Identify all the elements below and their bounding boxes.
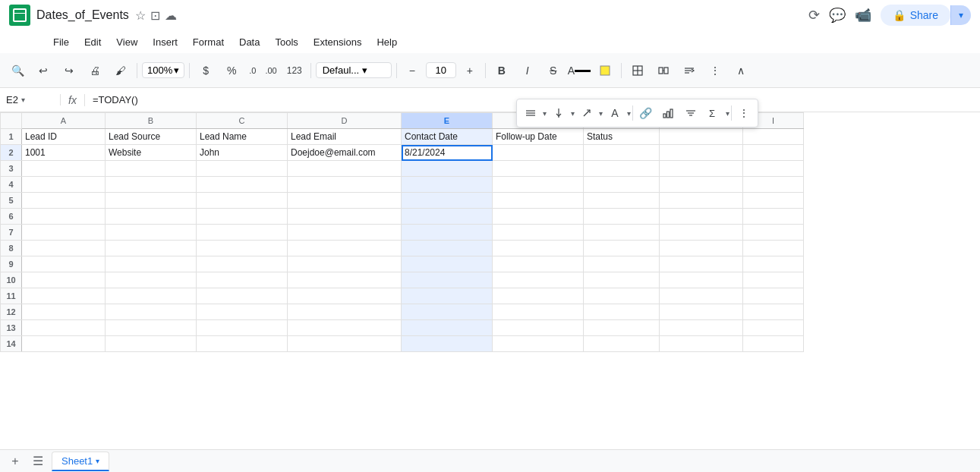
cell-12-9[interactable] (743, 320, 804, 336)
cell-9-9[interactable] (743, 272, 804, 288)
merge-cells-button[interactable] (652, 59, 675, 82)
cell-1-1[interactable]: 1001 (22, 145, 106, 161)
text-color-button[interactable]: A (568, 59, 591, 82)
cell-6-5[interactable] (402, 225, 493, 241)
menu-extensions[interactable]: Extensions (306, 33, 370, 51)
cell-1-4[interactable]: Doejdoe@email.com (288, 145, 402, 161)
cell-1-7[interactable] (584, 145, 660, 161)
menu-file[interactable]: File (46, 33, 77, 51)
formula-input[interactable]: =TODAY() (85, 94, 146, 105)
row-num-13[interactable]: 13 (1, 320, 22, 336)
font-selector[interactable]: Defaul... ▾ (316, 62, 392, 78)
cloud-icon[interactable]: ☁ (165, 8, 177, 23)
cell-4-7[interactable] (584, 193, 660, 209)
cell-1-9[interactable] (743, 145, 804, 161)
cell-3-1[interactable] (22, 177, 106, 193)
cell-6-1[interactable] (22, 225, 106, 241)
menu-format[interactable]: Format (185, 33, 232, 51)
cell-0-2[interactable]: Lead Source (106, 129, 197, 145)
font-size-box[interactable]: 10 (426, 62, 456, 78)
cell-13-8[interactable] (660, 336, 743, 352)
cell-12-3[interactable] (197, 320, 288, 336)
cell-10-4[interactable] (288, 288, 402, 304)
cell-9-7[interactable] (584, 272, 660, 288)
text-color2-button[interactable]: A (604, 102, 625, 124)
cell-8-7[interactable] (584, 256, 660, 272)
redo-button[interactable]: ↪ (58, 59, 80, 82)
sum-caret[interactable]: ▾ (726, 109, 729, 118)
link-button[interactable]: 🔗 (635, 102, 656, 124)
cell-13-9[interactable] (743, 336, 804, 352)
cell-8-4[interactable] (288, 256, 402, 272)
col-header-C[interactable]: C (197, 113, 288, 129)
currency-button[interactable]: $ (194, 59, 217, 82)
cell-4-1[interactable] (22, 193, 106, 209)
history-icon[interactable]: ⟳ (808, 7, 820, 24)
cell-5-9[interactable] (743, 209, 804, 225)
cell-3-4[interactable] (288, 177, 402, 193)
cell-2-3[interactable] (197, 161, 288, 177)
cell-9-8[interactable] (660, 272, 743, 288)
cell-2-9[interactable] (743, 161, 804, 177)
cell-9-2[interactable] (106, 272, 197, 288)
col-header-B[interactable]: B (106, 113, 197, 129)
cell-10-3[interactable] (197, 288, 288, 304)
cell-4-2[interactable] (106, 193, 197, 209)
col-header-D[interactable]: D (288, 113, 402, 129)
cell-2-8[interactable] (660, 161, 743, 177)
cell-13-7[interactable] (584, 336, 660, 352)
star-icon[interactable]: ☆ (135, 8, 146, 23)
cell-0-7[interactable]: Status (584, 129, 660, 145)
cell-6-6[interactable] (493, 225, 584, 241)
cell-10-7[interactable] (584, 288, 660, 304)
more-formats-button[interactable]: ⋮ (704, 59, 726, 82)
cell-6-2[interactable] (106, 225, 197, 241)
italic-button[interactable]: I (516, 59, 539, 82)
comment-icon[interactable]: 💬 (829, 7, 846, 24)
cell-9-3[interactable] (197, 272, 288, 288)
cell-4-5[interactable] (402, 193, 493, 209)
cell-2-1[interactable] (22, 161, 106, 177)
row-num-8[interactable]: 8 (1, 241, 22, 256)
cell-0-6[interactable]: Follow-up Date (493, 129, 584, 145)
menu-tools[interactable]: Tools (267, 33, 305, 51)
cell-10-8[interactable] (660, 288, 743, 304)
cell-9-4[interactable] (288, 272, 402, 288)
cell-8-1[interactable] (22, 256, 106, 272)
cell-0-5[interactable]: Contact Date (402, 129, 493, 145)
cell-10-5[interactable] (402, 288, 493, 304)
menu-data[interactable]: Data (232, 33, 267, 51)
cell-11-1[interactable] (22, 304, 106, 320)
cell-3-2[interactable] (106, 177, 197, 193)
cell-13-6[interactable] (493, 336, 584, 352)
paint-format-button[interactable]: 🖌 (109, 59, 132, 82)
cell-1-8[interactable] (660, 145, 743, 161)
cell-3-9[interactable] (743, 177, 804, 193)
sheet-tab-sheet1[interactable]: Sheet1 ▾ (52, 452, 109, 471)
cell-2-5[interactable] (402, 161, 493, 177)
col-header-A[interactable]: A (22, 113, 106, 129)
row-num-5[interactable]: 5 (1, 193, 22, 209)
cell-10-9[interactable] (743, 288, 804, 304)
cell-2-2[interactable] (106, 161, 197, 177)
cell-12-5[interactable] (402, 320, 493, 336)
cell-7-9[interactable] (743, 241, 804, 256)
row-num-6[interactable]: 6 (1, 209, 22, 225)
cell-5-6[interactable] (493, 209, 584, 225)
cell-8-2[interactable] (106, 256, 197, 272)
menu-edit[interactable]: Edit (77, 33, 109, 51)
cell-reference[interactable]: E2 ▾ (0, 94, 61, 105)
cell-11-8[interactable] (660, 304, 743, 320)
highlight-color-button[interactable] (594, 59, 616, 82)
menu-help[interactable]: Help (369, 33, 405, 51)
cell-12-6[interactable] (493, 320, 584, 336)
row-num-9[interactable]: 9 (1, 256, 22, 272)
cell-12-1[interactable] (22, 320, 106, 336)
row-num-3[interactable]: 3 (1, 161, 22, 177)
folder-icon[interactable]: ⊡ (150, 8, 160, 23)
align-horizontal-button[interactable] (520, 102, 541, 124)
cell-8-5[interactable] (402, 256, 493, 272)
print-button[interactable]: 🖨 (84, 59, 106, 82)
cell-4-6[interactable] (493, 193, 584, 209)
cell-9-1[interactable] (22, 272, 106, 288)
